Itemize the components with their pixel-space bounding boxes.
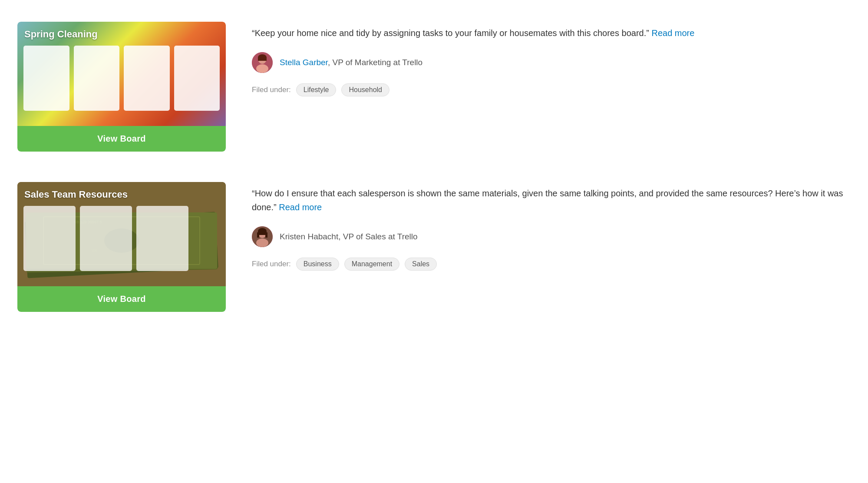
sales-lists bbox=[23, 206, 188, 271]
spring-cleaning-avatar-placeholder bbox=[252, 52, 273, 73]
sales-team-filed-under-label: Filed under: bbox=[252, 260, 291, 268]
spring-cleaning-board-card: Spring Cleaning View Board bbox=[17, 22, 226, 152]
list-card-3 bbox=[124, 46, 170, 111]
sales-list-card-2 bbox=[80, 206, 132, 271]
spring-cleaning-author-text: Stella Garber, VP of Marketing at Trello bbox=[280, 58, 422, 67]
spring-cleaning-filed-under-label: Filed under: bbox=[252, 86, 291, 94]
spring-cleaning-preview: Spring Cleaning bbox=[17, 22, 226, 126]
sales-team-author-text: Kristen Habacht, VP of Sales at Trello bbox=[280, 232, 418, 242]
spring-cleaning-author-row: Stella Garber, VP of Marketing at Trello bbox=[252, 52, 851, 73]
sales-team-row: Sales Team Resources KB 128 39967 5 100 bbox=[0, 169, 868, 329]
sales-team-view-board-button[interactable]: View Board bbox=[17, 286, 226, 312]
sales-list-card-1 bbox=[23, 206, 76, 271]
list-card-4 bbox=[174, 46, 220, 111]
spring-cleaning-tag-lifestyle[interactable]: Lifestyle bbox=[296, 83, 337, 96]
sales-team-author-name: Kristen Habacht bbox=[280, 232, 338, 241]
sales-team-board-card: Sales Team Resources KB 128 39967 5 100 bbox=[17, 182, 226, 312]
svg-rect-20 bbox=[265, 232, 267, 238]
spring-cleaning-row: Spring Cleaning View Board “Keep your ho… bbox=[0, 9, 868, 169]
spring-cleaning-author-name-link[interactable]: Stella Garber bbox=[280, 58, 328, 67]
sales-team-quote: “How do I ensure that each salesperson i… bbox=[252, 186, 851, 214]
svg-point-16 bbox=[256, 238, 268, 247]
spring-cleaning-title: Spring Cleaning bbox=[24, 29, 98, 40]
spring-cleaning-author-avatar bbox=[252, 52, 273, 73]
list-card-1 bbox=[23, 46, 69, 111]
spring-cleaning-read-more-link[interactable]: Read more bbox=[651, 28, 694, 38]
sales-team-avatar-placeholder bbox=[252, 226, 273, 247]
sales-team-title: Sales Team Resources bbox=[24, 189, 128, 200]
page-container: Spring Cleaning View Board “Keep your ho… bbox=[0, 0, 868, 338]
svg-point-2 bbox=[256, 64, 268, 73]
spring-cleaning-quote: “Keep your home nice and tidy by assigni… bbox=[252, 26, 851, 40]
sales-list-card-3 bbox=[136, 206, 188, 271]
sales-team-read-more-link[interactable]: Read more bbox=[279, 202, 322, 212]
spring-cleaning-filed-under-row: Filed under: Lifestyle Household bbox=[252, 83, 851, 96]
sales-team-tag-sales[interactable]: Sales bbox=[405, 258, 437, 271]
sales-team-preview: Sales Team Resources KB 128 39967 5 100 bbox=[17, 182, 226, 286]
sales-team-tag-management[interactable]: Management bbox=[344, 258, 399, 271]
sales-team-filed-under-row: Filed under: Business Management Sales bbox=[252, 258, 851, 271]
sales-team-tag-business[interactable]: Business bbox=[296, 258, 339, 271]
spring-cleaning-tag-household[interactable]: Household bbox=[341, 83, 389, 96]
spring-lists bbox=[23, 46, 220, 111]
sales-team-author-row: Kristen Habacht, VP of Sales at Trello bbox=[252, 226, 851, 247]
spring-cleaning-view-board-button[interactable]: View Board bbox=[17, 126, 226, 152]
sales-team-info: “How do I ensure that each salesperson i… bbox=[252, 182, 851, 271]
svg-rect-5 bbox=[258, 57, 267, 61]
sales-team-author-avatar bbox=[252, 226, 273, 247]
spring-cleaning-info: “Keep your home nice and tidy by assigni… bbox=[252, 22, 851, 96]
list-card-2 bbox=[74, 46, 120, 111]
svg-rect-19 bbox=[257, 232, 259, 238]
spring-cleaning-avatar-svg bbox=[252, 52, 273, 73]
sales-team-avatar-svg bbox=[252, 226, 273, 247]
